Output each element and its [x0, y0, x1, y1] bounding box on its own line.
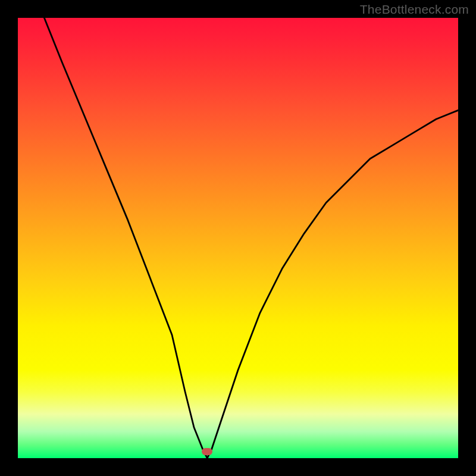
chart-plot-area — [18, 18, 458, 458]
watermark-text: TheBottleneck.com — [360, 2, 469, 17]
optimal-point-marker — [202, 448, 212, 455]
bottleneck-curve — [18, 18, 458, 458]
